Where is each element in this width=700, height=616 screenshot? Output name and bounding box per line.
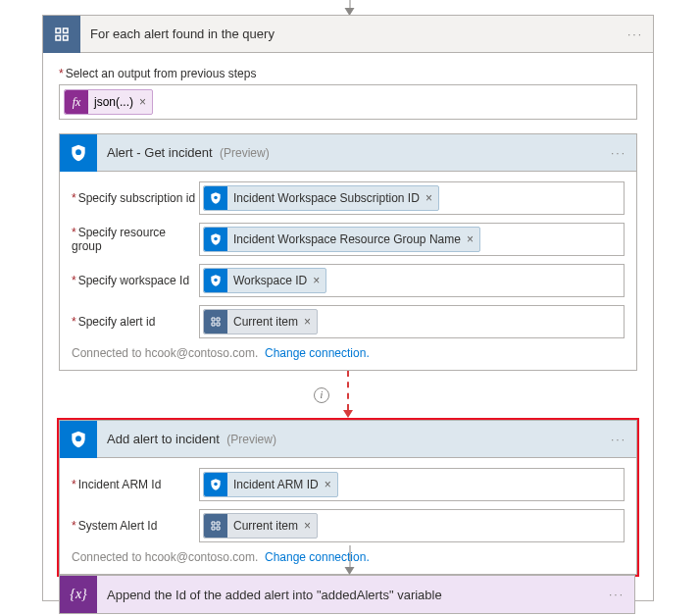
remove-token-icon[interactable]: × (313, 274, 320, 287)
get-incident-header[interactable]: Alert - Get incident (Preview) ··· (60, 134, 636, 172)
append-variable-card: {x} Append the Id of the added alert int… (59, 575, 635, 614)
add-alert-header[interactable]: Add alert to incident (Preview) ··· (60, 421, 636, 458)
preview-badge: (Preview) (226, 433, 276, 446)
connector-arrow-bottom (350, 545, 351, 567)
foreach-card: For each alert found in the query ··· *S… (42, 15, 654, 601)
append-variable-title: Append the Id of the added alert into "a… (107, 588, 609, 602)
sentinel-icon (204, 269, 227, 292)
foreach-icon (43, 16, 80, 53)
subscription-field[interactable]: Incident Workspace Subscription ID × (199, 181, 625, 215)
foreach-icon (204, 514, 227, 538)
append-variable-header[interactable]: {x} Append the Id of the added alert int… (60, 576, 634, 613)
sentinel-icon (204, 186, 227, 210)
remove-token-icon[interactable]: × (139, 95, 146, 109)
sentinel-icon (60, 134, 97, 172)
arm-id-token[interactable]: Incident ARM ID × (203, 472, 338, 497)
param-row-arm-id: *Incident ARM Id Incident ARM ID × (72, 468, 625, 501)
sentinel-icon (204, 473, 227, 496)
add-alert-title: Add alert to incident (107, 432, 220, 446)
more-menu-icon[interactable]: ··· (611, 433, 626, 446)
change-connection-link[interactable]: Change connection. (265, 550, 370, 564)
remove-token-icon[interactable]: × (325, 478, 331, 491)
sentinel-icon (204, 228, 227, 251)
dashed-connector: i (59, 371, 637, 420)
more-menu-icon[interactable]: ··· (611, 146, 626, 160)
arm-id-field[interactable]: Incident ARM ID × (199, 468, 625, 501)
subscription-token[interactable]: Incident Workspace Subscription ID × (203, 185, 439, 211)
svg-point-4 (75, 436, 81, 441)
add-alert-body: *Incident ARM Id Incident ARM ID × *Syst… (60, 458, 636, 574)
variable-icon: {x} (60, 576, 97, 613)
foreach-icon (204, 310, 227, 334)
fx-json-token[interactable]: fx json(...) × (64, 89, 153, 115)
more-menu-icon[interactable]: ··· (627, 27, 643, 41)
fx-token-label: json(...) (94, 95, 133, 109)
connector-arrow-top (350, 0, 351, 8)
current-item-token[interactable]: Current item × (203, 309, 318, 334)
change-connection-link[interactable]: Change connection. (265, 346, 370, 360)
svg-point-2 (214, 237, 218, 241)
remove-token-icon[interactable]: × (425, 191, 432, 205)
system-alert-field[interactable]: Current item × (199, 509, 625, 542)
workspace-field[interactable]: Workspace ID × (199, 264, 625, 297)
add-alert-card: Add alert to incident (Preview) ··· *Inc… (59, 420, 637, 575)
get-incident-title: Alert - Get incident (107, 145, 213, 160)
select-output-label: *Select an output from previous steps (59, 67, 637, 80)
remove-token-icon[interactable]: × (467, 232, 474, 246)
select-output-field[interactable]: fx json(...) × (59, 84, 637, 120)
resource-group-field[interactable]: Incident Workspace Resource Group Name × (199, 223, 625, 256)
svg-point-5 (214, 483, 218, 487)
preview-badge: (Preview) (220, 146, 270, 160)
svg-point-0 (75, 149, 81, 155)
fx-icon: fx (65, 90, 88, 114)
required-asterisk: * (59, 67, 64, 80)
connection-status: Connected to hcook@contoso.com. Change c… (72, 550, 625, 564)
foreach-body: *Select an output from previous steps fx… (43, 53, 653, 600)
param-row-alert-id: *Specify alert id Current item × (72, 305, 625, 338)
more-menu-icon[interactable]: ··· (609, 588, 625, 601)
resource-group-token[interactable]: Incident Workspace Resource Group Name × (203, 227, 480, 252)
foreach-header[interactable]: For each alert found in the query ··· (43, 16, 653, 53)
get-incident-body: *Specify subscription id Incident Worksp… (60, 172, 636, 370)
param-row-subscription: *Specify subscription id Incident Worksp… (72, 181, 625, 215)
remove-token-icon[interactable]: × (304, 519, 311, 533)
param-row-resource-group: *Specify resource group Incident Workspa… (72, 223, 625, 256)
foreach-title: For each alert found in the query (90, 26, 627, 41)
param-row-system-alert-id: *System Alert Id Current item × (72, 509, 625, 542)
remove-token-icon[interactable]: × (304, 315, 311, 329)
workspace-token[interactable]: Workspace ID × (203, 268, 326, 293)
get-incident-card: Alert - Get incident (Preview) ··· *Spec… (59, 133, 637, 371)
info-icon[interactable]: i (314, 387, 329, 403)
connection-status: Connected to hcook@contoso.com. Change c… (72, 346, 625, 360)
sentinel-icon (60, 421, 97, 458)
param-row-workspace: *Specify workspace Id Workspace ID × (72, 264, 625, 297)
current-item-token[interactable]: Current item × (203, 513, 318, 539)
svg-point-3 (214, 279, 218, 282)
svg-point-1 (214, 196, 218, 200)
alert-id-field[interactable]: Current item × (199, 305, 625, 338)
